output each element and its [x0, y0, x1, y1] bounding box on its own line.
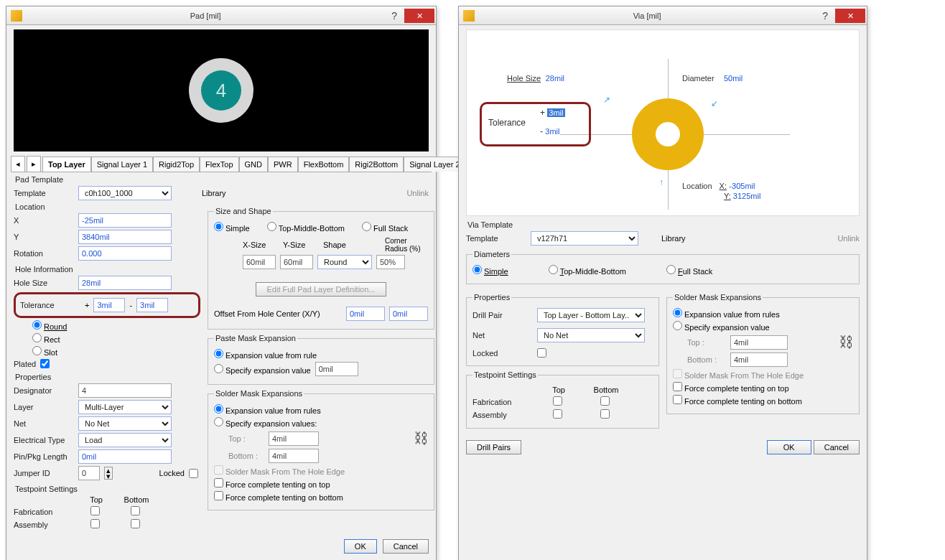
via-template-select[interactable]: v127h71 — [531, 231, 638, 246]
via-sm-rules-radio[interactable]: Expansion value from rules — [673, 308, 780, 319]
locked-check[interactable] — [189, 469, 198, 478]
dia-tmb-radio[interactable]: Top-Middle-Bottom — [549, 265, 626, 276]
loc-x-label: X: — [720, 182, 727, 190]
chain-icon[interactable]: ⛓ — [839, 334, 853, 350]
hole-size-label: Hole Size — [507, 74, 541, 83]
shape-select[interactable]: Round — [317, 255, 372, 269]
tab-flextop[interactable]: FlexTop — [200, 157, 239, 172]
via-tent-top-check[interactable]: Force complete tenting on top — [673, 382, 789, 393]
help-icon[interactable]: ? — [384, 10, 404, 22]
etype-select[interactable]: Load — [78, 433, 172, 447]
via-tp-asm-bot[interactable] — [600, 409, 610, 419]
jumper-spinner[interactable]: ▴▾ — [104, 467, 113, 480]
tolerance-minus-value[interactable]: 3mil — [545, 127, 559, 136]
via-net-select[interactable]: No Net — [537, 328, 645, 342]
pm-rule-radio[interactable]: Expansion value from rule — [214, 349, 317, 360]
rotation-input[interactable] — [78, 246, 172, 261]
ss-full-radio[interactable]: Full Stack — [362, 222, 408, 233]
tolerance-minus-input[interactable] — [136, 298, 168, 312]
tab-rigid2top[interactable]: Rigid2Top — [153, 157, 200, 172]
shape-round-radio[interactable]: Round — [32, 320, 67, 331]
tab-top-layer[interactable]: Top Layer — [42, 157, 91, 172]
via-ok-button[interactable]: OK — [767, 440, 811, 454]
via-tp-fab-bot[interactable] — [600, 396, 610, 406]
tp-asm-bot[interactable] — [131, 519, 140, 528]
plated-check[interactable] — [40, 359, 50, 368]
shape-rect-radio[interactable]: Rect — [32, 333, 60, 344]
ss-simple-radio[interactable]: Simple — [214, 222, 250, 233]
chain-icon[interactable]: ⛓ — [414, 430, 428, 447]
sm-rules-radio[interactable]: Expansion value from rules — [214, 404, 321, 415]
jumper-input[interactable] — [78, 466, 100, 480]
tab-scroll-right[interactable]: ▸ — [27, 156, 41, 172]
library-label: Library — [202, 189, 226, 197]
close-icon[interactable]: ✕ — [404, 9, 434, 23]
pm-spec-radio[interactable]: Specify expansion value — [214, 364, 311, 375]
dia-full-radio[interactable]: Full Stack — [666, 265, 712, 276]
pin-label: Pin/Pkg Length — [14, 452, 74, 461]
tab-signal-2[interactable]: Signal Layer 2 — [404, 157, 465, 172]
via-unlink-link[interactable]: Unlink — [837, 234, 860, 243]
tab-signal-1[interactable]: Signal Layer 1 — [91, 157, 153, 172]
x-input[interactable] — [78, 213, 172, 228]
shape-hdr: Shape — [323, 241, 381, 249]
designator-input[interactable] — [78, 383, 172, 398]
via-sm-spec-radio[interactable]: Specify expansion value — [673, 321, 770, 332]
via-sm-edge-check: Solder Mask From The Hole Edge — [673, 369, 804, 380]
location-label: Location — [682, 182, 712, 190]
tab-flexbottom[interactable]: FlexBottom — [298, 157, 350, 172]
tab-scroll-left[interactable]: ◂ — [11, 156, 25, 172]
layer-select[interactable]: Multi-Layer — [78, 400, 172, 414]
tp-asm-top[interactable] — [90, 519, 100, 528]
via-tent-bot-check[interactable]: Force complete tenting on bottom — [673, 395, 802, 406]
pin-input[interactable] — [78, 449, 172, 464]
dia-simple-radio[interactable]: Simple — [472, 265, 508, 276]
via-solder-mask-group: Solder Mask Expansions Expansion value f… — [666, 293, 860, 414]
pad-preview: 4 — [14, 29, 429, 151]
help-icon[interactable]: ? — [815, 10, 835, 22]
tab-pwr[interactable]: PWR — [268, 157, 298, 172]
tab-gnd[interactable]: GND — [239, 157, 268, 172]
y-input[interactable] — [78, 230, 172, 244]
drill-pair-select[interactable]: Top Layer - Bottom Lay... — [537, 308, 645, 322]
loc-x-value[interactable]: -305mil — [729, 182, 755, 190]
hole-size-value[interactable]: 28mil — [546, 74, 564, 83]
ss-tmb-radio[interactable]: Top-Middle-Bottom — [267, 222, 345, 233]
sm-bot-input — [269, 449, 319, 463]
cancel-button[interactable]: Cancel — [383, 539, 429, 554]
jumper-label: Jumper ID — [14, 469, 74, 477]
tp-fab-bot[interactable] — [131, 506, 140, 515]
via-tp-fab-top[interactable] — [553, 396, 562, 406]
hole-size-input[interactable] — [78, 276, 172, 290]
shape-slot-radio[interactable]: Slot — [32, 346, 57, 357]
ysize-input[interactable] — [280, 255, 313, 269]
offset-y-input[interactable] — [389, 307, 428, 321]
paste-mask-group: Paste Mask Expansion Expansion value fro… — [208, 334, 434, 385]
offset-x-input[interactable] — [346, 307, 385, 321]
tent-bot-check[interactable]: Force complete tenting on bottom — [214, 491, 343, 502]
app-icon — [11, 10, 22, 22]
via-dialog: Via [mil] ? ✕ Hole Size 28mil Diameter 5… — [458, 6, 867, 560]
via-locked-check[interactable] — [537, 348, 546, 358]
drill-pairs-button[interactable]: Drill Pairs — [466, 440, 521, 454]
plated-label: Plated — [14, 360, 36, 368]
xsize-input[interactable] — [243, 255, 276, 269]
template-select[interactable]: c0h100_1000 — [78, 186, 172, 200]
pad-title: Pad [mil] — [27, 11, 384, 20]
close-icon[interactable]: ✕ — [835, 9, 865, 23]
tent-top-check[interactable]: Force complete tenting on top — [214, 478, 330, 489]
tolerance-plus-value[interactable]: 3mil — [547, 108, 564, 117]
loc-y-value[interactable]: 3125mil — [733, 192, 761, 200]
sm-spec-radio[interactable]: Specify expansion values: — [214, 417, 317, 428]
tp-fab-top[interactable] — [90, 506, 100, 515]
via-cancel-button[interactable]: Cancel — [814, 440, 860, 454]
y-label: Y — [14, 233, 74, 241]
via-tp-asm-top[interactable] — [553, 409, 562, 419]
tp-bot-hdr: Bottom — [118, 495, 154, 504]
net-select[interactable]: No Net — [78, 416, 172, 431]
unlink-link[interactable]: Unlink — [406, 189, 429, 197]
tolerance-plus-input[interactable] — [93, 298, 125, 312]
diameter-value[interactable]: 50mil — [724, 74, 742, 83]
ok-button[interactable]: OK — [344, 539, 377, 554]
tab-rigi2bottom[interactable]: Rigi2Bottom — [349, 157, 404, 172]
